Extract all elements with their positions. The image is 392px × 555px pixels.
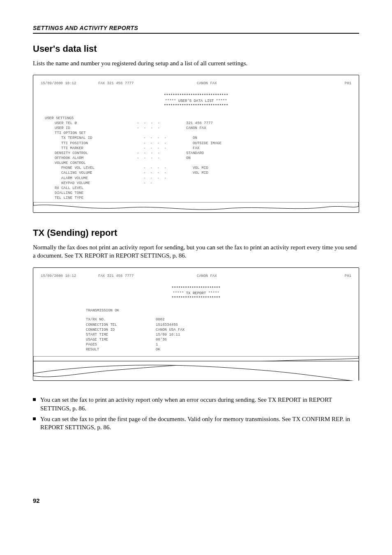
settings-dots xyxy=(137,161,186,166)
settings-dots: - - - - xyxy=(137,121,186,126)
settings-row: OFFHOOK ALARM- - - -ON xyxy=(45,156,351,161)
settings-row: RX CALL LEVEL xyxy=(45,186,351,191)
page: SETTINGS AND ACTIVITY REPORTS User's dat… xyxy=(0,0,392,520)
settings-label: CALLING VOLUME xyxy=(45,170,143,175)
settings-value: VOL MID xyxy=(193,170,351,175)
stars-bottom: ********************** xyxy=(41,296,351,301)
settings-value: VOL MID xyxy=(193,166,351,170)
settings-dots: - - - - xyxy=(137,151,186,156)
tx-field-value: 15/09 10:11 xyxy=(156,332,351,337)
settings-label: TX TERMINAL ID xyxy=(45,136,143,140)
page-number: 92 xyxy=(33,497,359,504)
tx-field-value: 00'36 xyxy=(156,337,351,342)
settings-row: KEYPAD VOLUME- - xyxy=(45,181,351,186)
tx-field-key: TX/RX NO. xyxy=(86,317,156,322)
settings-row: TX TERMINAL ID- - - -ON xyxy=(45,136,351,140)
settings-row: DENSITY CONTROL- - - -STANDARD xyxy=(45,151,351,156)
settings-value: 321 456 7777 xyxy=(186,121,351,126)
notes-list: You can set the fax to print an activity… xyxy=(33,396,359,431)
settings-row: DIALLING TONE xyxy=(45,191,351,196)
printout-fax-number: FAX 321 456 7777 xyxy=(98,274,172,279)
settings-label: TTI POSITION xyxy=(45,141,143,146)
printout-title-block: ********************** ***** TX REPORT *… xyxy=(41,286,351,301)
settings-value xyxy=(186,131,351,136)
printout-tx-report: 15/09/2000 10:12 FAX 321 456 7777 CANON … xyxy=(33,267,359,381)
settings-label: TTI MARKER xyxy=(45,146,143,151)
settings-dots: - - xyxy=(143,181,193,186)
settings-row: CALLING VOLUME- - - -VOL MID xyxy=(45,170,351,175)
settings-dots xyxy=(137,196,186,200)
settings-dots xyxy=(137,131,186,136)
tx-field-value: CANON USA FAX xyxy=(156,327,351,332)
settings-label: OFFHOOK ALARM xyxy=(45,156,137,161)
settings-dots: - - - - xyxy=(143,166,193,170)
printout-header-line: 15/09/2000 10:12 FAX 321 456 7777 CANON … xyxy=(41,274,351,279)
settings-label: VOLUME CONTROL xyxy=(45,161,137,166)
settings-label: USER TEL Ø xyxy=(45,121,137,126)
settings-value xyxy=(193,181,351,186)
settings-row: TTI MARKER- - - -FAX xyxy=(45,146,351,151)
printout-title-block: ***************************** ***** USER… xyxy=(41,93,351,108)
printout-page: P01 xyxy=(327,81,351,86)
tx-field-value: OK xyxy=(156,347,351,352)
tx-field-row: USAGE TIME00'36 xyxy=(86,337,351,342)
torn-edge xyxy=(33,356,359,381)
printout-date: 15/09/2000 10:12 xyxy=(41,81,98,86)
tx-field-row: CONNECTION TEL1516334455 xyxy=(86,322,351,327)
settings-label: PHONE VOL LEVEL xyxy=(45,166,143,170)
settings-value xyxy=(186,161,351,166)
tx-field-value: 1 xyxy=(156,342,351,347)
tx-field-row: CONNECTION IDCANON USA FAX xyxy=(86,327,351,332)
settings-value: ON xyxy=(186,156,351,161)
settings-value: CANON FAX xyxy=(186,126,351,131)
printout-header-line: 15/09/2000 10:12 FAX 321 456 7777 CANON … xyxy=(41,81,351,86)
settings-label: DIALLING TONE xyxy=(45,191,137,196)
stars-top: ***************************** xyxy=(41,93,351,98)
transmission-status: TRANSMISSION OK xyxy=(41,308,351,313)
settings-row: VOLUME CONTROL xyxy=(45,161,351,166)
settings-label: TEL LINE TYPE xyxy=(45,196,137,200)
settings-value xyxy=(186,196,351,200)
settings-label: KEYPAD VOLUME xyxy=(45,181,143,186)
printout-name: CANON FAX xyxy=(172,81,327,86)
settings-label: DENSITY CONTROL xyxy=(45,151,137,156)
settings-value xyxy=(186,191,351,196)
settings-row: ALARM VOLUME- - - - xyxy=(45,176,351,181)
printout-title: ***** USER'S DATA LIST ***** xyxy=(41,99,351,104)
settings-block: USER SETTINGS USER TEL Ø- - - -321 456 7… xyxy=(41,116,351,202)
section-intro-1: Lists the name and number you registered… xyxy=(33,59,359,67)
tx-field-key: RESULT xyxy=(86,347,156,352)
running-header: SETTINGS AND ACTIVITY REPORTS xyxy=(33,25,359,34)
tx-field-row: RESULTOK xyxy=(86,347,351,352)
settings-row: USER TEL Ø- - - -321 456 7777 xyxy=(45,121,351,126)
settings-label: RX CALL LEVEL xyxy=(45,186,137,191)
settings-dots: - - - - xyxy=(143,136,193,140)
settings-label: TTI OPTION SET xyxy=(45,131,137,136)
tx-field-key: CONNECTION TEL xyxy=(86,322,156,327)
settings-dots: - - - - xyxy=(143,146,193,151)
stars-top: ********************** xyxy=(41,286,351,291)
settings-row: TEL LINE TYPE xyxy=(45,196,351,200)
settings-row: PHONE VOL LEVEL- - - -VOL MID xyxy=(45,166,351,170)
settings-value: OUTSIDE IMAGE xyxy=(193,141,351,146)
settings-value: FAX xyxy=(193,146,351,151)
tx-field-value: 0002 xyxy=(156,317,351,322)
settings-row: TTI POSITION- - - -OUTSIDE IMAGE xyxy=(45,141,351,146)
settings-dots: - - - - xyxy=(137,156,186,161)
settings-dots xyxy=(137,191,186,196)
tx-field-key: PAGES xyxy=(86,342,156,347)
section-intro-2: Normally the fax does not print an activ… xyxy=(33,243,359,260)
tx-field-key: CONNECTION ID xyxy=(86,327,156,332)
printout-name: CANON FAX xyxy=(172,274,327,279)
torn-edge xyxy=(33,202,359,213)
section-title-tx-report: TX (Sending) report xyxy=(33,228,359,238)
note-item: You can set the fax to print an activity… xyxy=(33,396,359,412)
section-title-users-data-list: User's data list xyxy=(33,44,359,54)
settings-group-label: USER SETTINGS xyxy=(45,116,351,121)
tx-field-row: START TIME15/09 10:11 xyxy=(86,332,351,337)
tx-field-row: TX/RX NO.0002 xyxy=(86,317,351,322)
tx-field-value: 1516334455 xyxy=(156,322,351,327)
settings-dots: - - - - xyxy=(143,176,193,181)
settings-dots xyxy=(137,186,186,191)
printout-fax-number: FAX 321 456 7777 xyxy=(98,81,172,86)
